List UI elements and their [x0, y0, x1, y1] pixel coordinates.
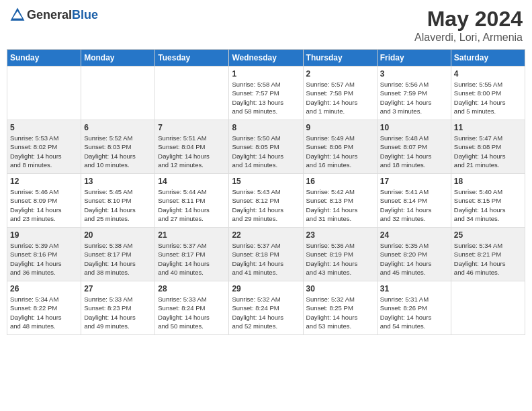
cell-content: Sunrise: 5:36 AM Sunset: 8:19 PM Dayligh…: [306, 241, 374, 277]
location-title: Alaverdi, Lori, Armenia: [414, 32, 523, 44]
calendar-cell: 6Sunrise: 5:52 AM Sunset: 8:03 PM Daylig…: [81, 120, 155, 174]
cell-content: Sunrise: 5:38 AM Sunset: 8:17 PM Dayligh…: [84, 241, 152, 277]
cell-content: Sunrise: 5:53 AM Sunset: 8:02 PM Dayligh…: [10, 134, 78, 169]
calendar-cell: 5Sunrise: 5:53 AM Sunset: 8:02 PM Daylig…: [7, 120, 81, 174]
day-number: 15: [232, 177, 300, 186]
calendar-cell: 21Sunrise: 5:37 AM Sunset: 8:17 PM Dayli…: [155, 228, 229, 281]
cell-content: Sunrise: 5:48 AM Sunset: 8:07 PM Dayligh…: [380, 134, 448, 169]
day-number: 3: [380, 69, 448, 79]
logo-text-blue: Blue: [72, 8, 98, 21]
cell-content: Sunrise: 5:33 AM Sunset: 8:24 PM Dayligh…: [158, 295, 226, 330]
calendar-cell: 17Sunrise: 5:41 AM Sunset: 8:14 PM Dayli…: [377, 174, 451, 228]
calendar-cell: 22Sunrise: 5:37 AM Sunset: 8:18 PM Dayli…: [229, 228, 303, 281]
calendar-cell: 3Sunrise: 5:56 AM Sunset: 7:59 PM Daylig…: [377, 66, 451, 120]
weekday-header: Monday: [81, 50, 155, 66]
weekday-header: Thursday: [303, 50, 377, 66]
day-number: 29: [232, 284, 300, 293]
cell-content: Sunrise: 5:35 AM Sunset: 8:20 PM Dayligh…: [380, 241, 448, 277]
cell-content: Sunrise: 5:50 AM Sunset: 8:05 PM Dayligh…: [232, 134, 300, 169]
weekday-header: Friday: [377, 50, 451, 66]
day-number: 20: [84, 230, 152, 240]
cell-content: Sunrise: 5:44 AM Sunset: 8:11 PM Dayligh…: [158, 187, 226, 223]
day-number: 30: [306, 284, 374, 293]
cell-content: Sunrise: 5:43 AM Sunset: 8:12 PM Dayligh…: [232, 187, 300, 223]
month-title: May 2024: [414, 7, 523, 32]
calendar-cell: [451, 281, 525, 335]
calendar-cell: 11Sunrise: 5:47 AM Sunset: 8:08 PM Dayli…: [451, 120, 525, 174]
cell-content: Sunrise: 5:52 AM Sunset: 8:03 PM Dayligh…: [84, 134, 152, 169]
calendar-cell: 8Sunrise: 5:50 AM Sunset: 8:05 PM Daylig…: [229, 120, 303, 174]
calendar-cell: [7, 66, 81, 120]
cell-content: Sunrise: 5:37 AM Sunset: 8:18 PM Dayligh…: [232, 241, 300, 277]
logo-text-general: General: [27, 8, 72, 21]
weekday-header: Sunday: [7, 50, 81, 66]
day-number: 17: [380, 177, 448, 186]
cell-content: Sunrise: 5:34 AM Sunset: 8:21 PM Dayligh…: [454, 241, 522, 277]
cell-content: Sunrise: 5:34 AM Sunset: 8:22 PM Dayligh…: [10, 295, 78, 330]
calendar-cell: 26Sunrise: 5:34 AM Sunset: 8:22 PM Dayli…: [7, 281, 81, 335]
cell-content: Sunrise: 5:57 AM Sunset: 7:58 PM Dayligh…: [306, 80, 374, 116]
cell-content: Sunrise: 5:47 AM Sunset: 8:08 PM Dayligh…: [454, 134, 522, 169]
calendar-cell: 15Sunrise: 5:43 AM Sunset: 8:12 PM Dayli…: [229, 174, 303, 228]
day-number: 14: [158, 177, 226, 186]
cell-content: Sunrise: 5:56 AM Sunset: 7:59 PM Dayligh…: [380, 80, 448, 116]
day-number: 26: [10, 284, 78, 293]
day-number: 9: [306, 123, 374, 132]
day-number: 1: [232, 69, 300, 79]
calendar-row: 26Sunrise: 5:34 AM Sunset: 8:22 PM Dayli…: [7, 281, 525, 335]
calendar-row: 1Sunrise: 5:58 AM Sunset: 7:57 PM Daylig…: [7, 66, 525, 120]
calendar-row: 12Sunrise: 5:46 AM Sunset: 8:09 PM Dayli…: [7, 174, 525, 228]
cell-content: Sunrise: 5:45 AM Sunset: 8:10 PM Dayligh…: [84, 187, 152, 223]
day-number: 24: [380, 230, 448, 240]
calendar-cell: 25Sunrise: 5:34 AM Sunset: 8:21 PM Dayli…: [451, 228, 525, 281]
calendar-cell: 28Sunrise: 5:33 AM Sunset: 8:24 PM Dayli…: [155, 281, 229, 335]
calendar-cell: [81, 66, 155, 120]
calendar-cell: 9Sunrise: 5:49 AM Sunset: 8:06 PM Daylig…: [303, 120, 377, 174]
calendar-cell: [155, 66, 229, 120]
cell-content: Sunrise: 5:51 AM Sunset: 8:04 PM Dayligh…: [158, 134, 226, 169]
cell-content: Sunrise: 5:33 AM Sunset: 8:23 PM Dayligh…: [84, 295, 152, 330]
day-number: 18: [454, 177, 522, 186]
cell-content: Sunrise: 5:55 AM Sunset: 8:00 PM Dayligh…: [454, 80, 522, 116]
logo-icon: [9, 7, 26, 23]
day-number: 6: [84, 123, 152, 132]
calendar-cell: 29Sunrise: 5:32 AM Sunset: 8:24 PM Dayli…: [229, 281, 303, 335]
cell-content: Sunrise: 5:41 AM Sunset: 8:14 PM Dayligh…: [380, 187, 448, 223]
calendar-cell: 30Sunrise: 5:32 AM Sunset: 8:25 PM Dayli…: [303, 281, 377, 335]
weekday-header: Tuesday: [155, 50, 229, 66]
day-number: 21: [158, 230, 226, 240]
calendar-cell: 10Sunrise: 5:48 AM Sunset: 8:07 PM Dayli…: [377, 120, 451, 174]
cell-content: Sunrise: 5:46 AM Sunset: 8:09 PM Dayligh…: [10, 187, 78, 223]
cell-content: Sunrise: 5:37 AM Sunset: 8:17 PM Dayligh…: [158, 241, 226, 277]
cell-content: Sunrise: 5:32 AM Sunset: 8:25 PM Dayligh…: [306, 295, 374, 330]
day-number: 8: [232, 123, 300, 132]
day-number: 27: [84, 284, 152, 293]
cell-content: Sunrise: 5:42 AM Sunset: 8:13 PM Dayligh…: [306, 187, 374, 223]
cell-content: Sunrise: 5:31 AM Sunset: 8:26 PM Dayligh…: [380, 295, 448, 330]
weekday-header: Wednesday: [229, 50, 303, 66]
calendar-cell: 20Sunrise: 5:38 AM Sunset: 8:17 PM Dayli…: [81, 228, 155, 281]
logo: GeneralBlue: [9, 7, 98, 23]
calendar-table: SundayMondayTuesdayWednesdayThursdayFrid…: [7, 49, 525, 335]
calendar-cell: 2Sunrise: 5:57 AM Sunset: 7:58 PM Daylig…: [303, 66, 377, 120]
weekday-header: Saturday: [451, 50, 525, 66]
cell-content: Sunrise: 5:39 AM Sunset: 8:16 PM Dayligh…: [10, 241, 78, 277]
calendar-cell: 4Sunrise: 5:55 AM Sunset: 8:00 PM Daylig…: [451, 66, 525, 120]
calendar-row: 19Sunrise: 5:39 AM Sunset: 8:16 PM Dayli…: [7, 228, 525, 281]
calendar-cell: 1Sunrise: 5:58 AM Sunset: 7:57 PM Daylig…: [229, 66, 303, 120]
day-number: 2: [306, 69, 374, 79]
day-number: 7: [158, 123, 226, 132]
day-number: 22: [232, 230, 300, 240]
day-number: 12: [10, 177, 78, 186]
day-number: 28: [158, 284, 226, 293]
calendar-cell: 24Sunrise: 5:35 AM Sunset: 8:20 PM Dayli…: [377, 228, 451, 281]
cell-content: Sunrise: 5:58 AM Sunset: 7:57 PM Dayligh…: [232, 80, 300, 116]
cell-content: Sunrise: 5:40 AM Sunset: 8:15 PM Dayligh…: [454, 187, 522, 223]
day-number: 31: [380, 284, 448, 293]
calendar-cell: 19Sunrise: 5:39 AM Sunset: 8:16 PM Dayli…: [7, 228, 81, 281]
day-number: 11: [454, 123, 522, 132]
calendar-cell: 12Sunrise: 5:46 AM Sunset: 8:09 PM Dayli…: [7, 174, 81, 228]
calendar-cell: 13Sunrise: 5:45 AM Sunset: 8:10 PM Dayli…: [81, 174, 155, 228]
day-number: 23: [306, 230, 374, 240]
calendar-cell: 23Sunrise: 5:36 AM Sunset: 8:19 PM Dayli…: [303, 228, 377, 281]
